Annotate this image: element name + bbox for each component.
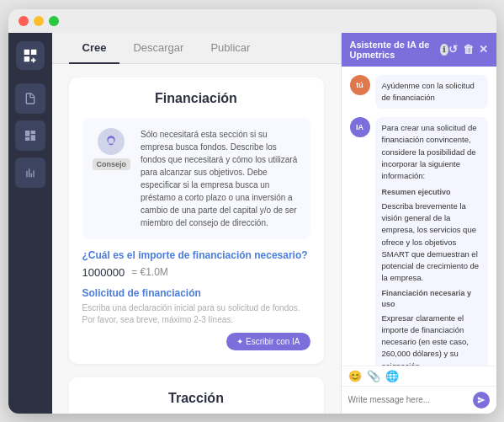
amount-value[interactable]: 1000000 xyxy=(82,266,125,279)
user-avatar: tú xyxy=(350,75,370,95)
ai-section-resumen: Resumen ejecutivo Describa brevemente la… xyxy=(382,187,481,284)
emoji-tool[interactable]: 😊 xyxy=(348,370,362,382)
tab-descargar[interactable]: Descargar xyxy=(119,33,197,64)
ai-section-financiacion: Financiación necesaria y uso Expresar cl… xyxy=(382,288,481,366)
ai-text-intro: Para crear una solicitud de financiación… xyxy=(382,122,481,182)
financiacion-amount: 1000000 = €1.0M xyxy=(82,266,310,279)
solicitud-placeholder: Escriba una declaración inicial para su … xyxy=(82,302,310,326)
sidebar-item-documents[interactable] xyxy=(15,83,45,114)
financiacion-question: ¿Cuál es el importe de financiación nece… xyxy=(82,249,310,261)
financiacion-consejo-text: Sólo necesitará esta sección si su empre… xyxy=(141,128,300,229)
ai-label-resumen: Resumen ejecutivo xyxy=(382,187,481,199)
ai-avatar: IA xyxy=(350,117,370,137)
ai-message-input[interactable] xyxy=(348,395,468,404)
ai-text-financiacion: Expresar claramente el importe de financ… xyxy=(382,312,481,366)
sidebar-item-dashboard[interactable] xyxy=(15,120,45,151)
ai-label-financiacion: Financiación necesaria y uso xyxy=(382,288,481,311)
ai-send-button[interactable] xyxy=(473,392,490,409)
ai-panel: Asistente de IA de Upmetrics ℹ ↺ 🗑 ✕ tú … xyxy=(341,33,496,414)
ai-text-resumen: Describa brevemente la visión general de… xyxy=(382,200,481,285)
ai-panel-actions: ↺ 🗑 ✕ xyxy=(448,43,488,56)
ai-messages: tú Ayúdenme con la solicitud de financia… xyxy=(342,67,496,366)
financiacion-section: Financiación Consejo Sólo necesitará est… xyxy=(69,77,324,364)
ai-message: IA Para crear una solicitud de financiac… xyxy=(350,117,488,366)
financiacion-consejo: Consejo Sólo necesitará esta sección si … xyxy=(82,118,310,239)
ai-input-area xyxy=(342,386,496,414)
main-scroll[interactable]: Financiación Consejo Sólo necesitará est… xyxy=(52,64,341,414)
sidebar xyxy=(8,33,52,414)
language-tool[interactable]: 🌐 xyxy=(385,370,399,382)
ai-tools: 😊 📎 🌐 xyxy=(342,366,496,386)
ai-panel-title: Asistente de IA de Upmetrics xyxy=(350,40,432,60)
ai-close-icon[interactable]: ✕ xyxy=(479,43,488,56)
maximize-dot[interactable] xyxy=(49,16,59,26)
minimize-dot[interactable] xyxy=(34,16,44,26)
ai-bubble: Para crear una solicitud de financiación… xyxy=(375,117,488,366)
consejo-icon xyxy=(98,128,125,155)
tabs: Cree Descargar Publicar xyxy=(52,33,341,64)
consejo-badge: Consejo xyxy=(93,158,131,170)
ai-delete-icon[interactable]: 🗑 xyxy=(463,43,474,56)
close-dot[interactable] xyxy=(19,16,29,26)
ai-refresh-icon[interactable]: ↺ xyxy=(448,43,458,56)
write-ai-button[interactable]: ✦ Escribir con IA xyxy=(226,333,310,350)
financiacion-title: Financiación xyxy=(82,91,310,106)
ai-panel-header-left: Asistente de IA de Upmetrics ℹ xyxy=(350,40,448,60)
main-content: Cree Descargar Publicar Financiación Con… xyxy=(52,33,341,414)
traccion-section: Tracción Consejo Ya sea para atraer inve… xyxy=(69,377,324,414)
traccion-title: Tracción xyxy=(82,391,310,406)
ai-panel-header: Asistente de IA de Upmetrics ℹ ↺ 🗑 ✕ xyxy=(342,33,496,67)
solicitud-label: Solicitud de financiación xyxy=(82,287,310,299)
tab-cree[interactable]: Cree xyxy=(69,33,120,64)
tab-publicar[interactable]: Publicar xyxy=(197,33,263,64)
user-message: tú Ayúdenme con la solicitud de financia… xyxy=(350,75,488,110)
sidebar-item-analytics[interactable] xyxy=(15,158,45,188)
titlebar xyxy=(8,9,496,33)
app-logo xyxy=(16,41,45,70)
ai-info-icon[interactable]: ℹ xyxy=(440,44,448,56)
amount-formatted: = €1.0M xyxy=(131,266,168,278)
attach-tool[interactable]: 📎 xyxy=(367,370,380,382)
user-bubble: Ayúdenme con la solicitud de financiació… xyxy=(375,75,488,110)
